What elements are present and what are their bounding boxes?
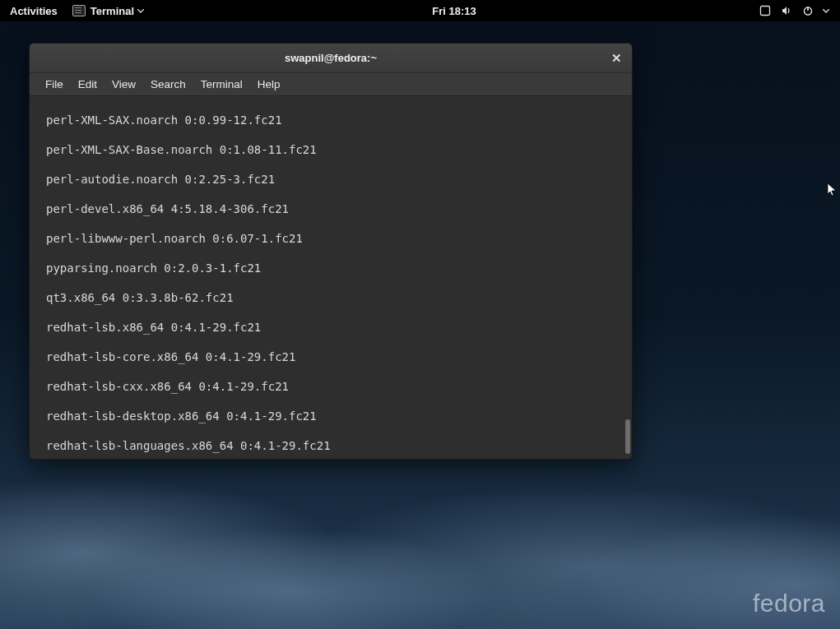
fedora-wordmark: fedora [753, 590, 825, 617]
pkg-line: redhat-lsb-cxx.x86_64 0:4.1-29.fc21 [31, 379, 632, 394]
mouse-pointer-icon [827, 183, 838, 201]
activities-button[interactable]: Activities [0, 0, 67, 21]
app-menu-label: Terminal [90, 5, 134, 17]
pkg-line: redhat-lsb.x86_64 0:4.1-29.fc21 [31, 320, 632, 335]
menu-view[interactable]: View [104, 78, 143, 90]
menu-search[interactable]: Search [143, 78, 193, 90]
pkg-line: redhat-lsb-core.x86_64 0:4.1-29.fc21 [31, 349, 632, 364]
window-title: swapnil@fedora:~ [285, 52, 377, 64]
terminal-scrollbar[interactable] [625, 419, 630, 454]
menu-file[interactable]: File [38, 78, 71, 90]
app-menu-button[interactable]: Terminal [67, 0, 154, 21]
clock[interactable]: Fri 18:13 [432, 5, 476, 17]
pkg-line: perl-XML-SAX-Base.noarch 0:1.08-11.fc21 [31, 142, 632, 157]
pkg-line: perl-XML-SAX.noarch 0:0.99-12.fc21 [31, 113, 632, 127]
pkg-line: redhat-lsb-languages.x86_64 0:4.1-29.fc2… [31, 438, 632, 453]
pkg-line: perl-libwww-perl.noarch 0:6.07-1.fc21 [31, 231, 632, 246]
system-menu-chevron-icon[interactable] [819, 9, 833, 13]
window-titlebar[interactable]: swapnil@fedora:~ ✕ [30, 44, 632, 73]
pkg-line: perl-devel.x86_64 4:5.18.4-306.fc21 [31, 201, 632, 216]
gnome-topbar: Activities Terminal Fri 18:13 [0, 0, 840, 21]
terminal-window: swapnil@fedora:~ ✕ File Edit View Search… [29, 43, 633, 460]
power-icon[interactable] [797, 5, 819, 16]
accessibility-icon[interactable] [754, 5, 776, 16]
pkg-line: redhat-lsb-desktop.x86_64 0:4.1-29.fc21 [31, 409, 632, 423]
menu-help[interactable]: Help [250, 78, 288, 90]
pkg-line: perl-autodie.noarch 0:2.25-3.fc21 [31, 172, 632, 187]
terminal-output[interactable]: perl-XML-SAX.noarch 0:0.99-12.fc21 perl-… [30, 96, 632, 459]
menu-edit[interactable]: Edit [71, 78, 104, 90]
pkg-line: qt3.x86_64 0:3.3.8b-62.fc21 [31, 290, 632, 305]
close-icon[interactable]: ✕ [609, 51, 624, 66]
menu-terminal[interactable]: Terminal [193, 78, 250, 90]
pkg-line: pyparsing.noarch 0:2.0.3-1.fc21 [31, 261, 632, 275]
volume-icon[interactable] [776, 5, 797, 16]
chevron-down-icon [137, 9, 144, 13]
terminal-app-icon [72, 5, 86, 16]
window-menubar: File Edit View Search Terminal Help [30, 73, 632, 96]
svg-rect-0 [761, 7, 770, 16]
